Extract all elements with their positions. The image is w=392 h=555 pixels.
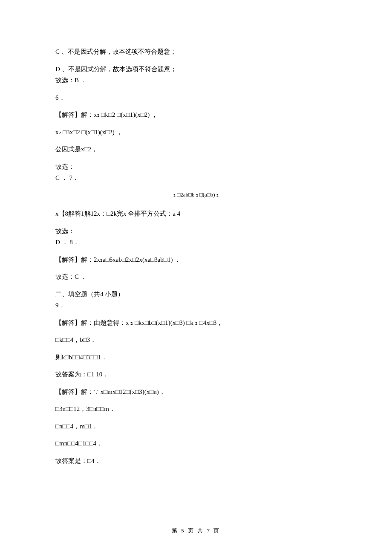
q9-answer: 故答案为：□1 10．: [55, 370, 337, 379]
q9-solution-line2: □k□□4，b□3，: [55, 335, 337, 345]
q9-solution-line3: 则k□b□□4□3□□1．: [55, 353, 337, 362]
option-c-text: C 、不是因式分解，故本选项不符合题意；: [55, 47, 337, 57]
q6-answer-value: C ． 7．: [55, 173, 337, 183]
q9-solution-line1: 【解答】解：由题意得：x ₂ □kx□b□(x□1)(x□3) □k ₂ □4x…: [55, 318, 337, 328]
page-footer: 第 5 页 共 7 页: [0, 527, 392, 535]
q6-solution-line2: x₂ □3x□2 □(x□1)(x□2) ，: [55, 127, 337, 137]
q10-solution-line3: □n□□4，m□1．: [55, 422, 337, 431]
q7-exponent-fragment: ₂ □2ab□b ₂ □(a□b) ₂: [55, 191, 337, 199]
q6-answer-block: 故选： C ． 7．: [55, 162, 337, 183]
option-d-block: D 、不是因式分解，故本选项不符合题意； 故选：B ．: [55, 64, 337, 85]
section-2-header: 二、填空题（共4 小题）: [55, 289, 337, 299]
section-2-header-block: 二、填空题（共4 小题） 9．: [55, 289, 337, 310]
question-6-number: 6．: [55, 93, 337, 103]
question-9-number: 9．: [55, 301, 337, 310]
q10-solution-line4: □mn□□4□1□□4．: [55, 439, 337, 448]
q10-answer: 故答案是：□4．: [55, 456, 337, 466]
q10-solution-line1: 【解答】解：∵ x□mx□12□(x□3)(x□n)，: [55, 387, 337, 397]
q7-answer-block: 故选： D ． 8．: [55, 226, 337, 247]
q6-solution-line1: 【解答】解：x₂ □k□2 □(x□1)(x□2) ，: [55, 110, 337, 120]
page-content: C 、不是因式分解，故本选项不符合题意； D 、不是因式分解，故本选项不符合题意…: [0, 0, 392, 494]
q8-solution-text: 【解答】解：2x₂a□6xab□2x□2x(xa□3ab□1) ．: [55, 255, 337, 265]
q7-answer-prefix: 故选：: [55, 226, 337, 236]
q10-solution-line2: □3n□□12，3□n□□m．: [55, 404, 337, 414]
q6-answer-prefix: 故选：: [55, 162, 337, 172]
q7-answer-value: D ． 8．: [55, 237, 337, 247]
q8-answer: 故选：C ．: [55, 272, 337, 282]
q7-solution-text: x【8解答1解12x：□2k完x 全排平方公式：a 4: [55, 209, 337, 219]
option-d-text: D 、不是因式分解，故本选项不符合题意；: [55, 64, 337, 74]
answer-select-b: 故选：B ．: [55, 75, 337, 85]
q6-solution-line3: 公因式是x□2，: [55, 145, 337, 154]
